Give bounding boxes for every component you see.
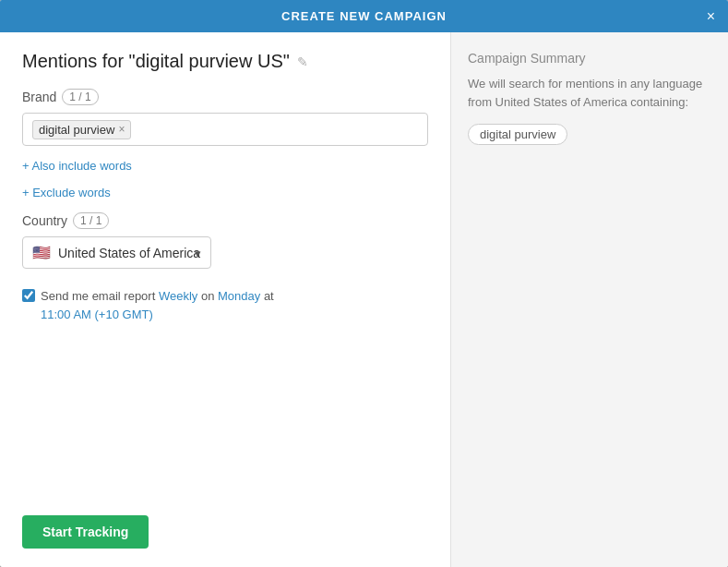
email-report-row: Send me email report Weekly on Monday at… — [22, 287, 428, 323]
footer-area: Start Tracking — [22, 497, 428, 549]
modal-header: CREATE NEW CAMPAIGN × — [0, 0, 728, 32]
summary-tag: digital purview — [468, 124, 567, 145]
country-section-label: Country 1 / 1 — [22, 212, 428, 229]
email-line: Send me email report Weekly on Monday at… — [22, 287, 274, 323]
also-include-link[interactable]: + Also include words — [22, 159, 428, 173]
modal-container: CREATE NEW CAMPAIGN × Mentions for "digi… — [0, 0, 728, 567]
also-include-label: + Also include words — [22, 159, 132, 173]
email-report-text: Send me email report — [41, 289, 155, 303]
exclude-words-link[interactable]: + Exclude words — [22, 186, 428, 199]
country-badge: 1 / 1 — [73, 212, 109, 229]
email-report-checkbox[interactable] — [22, 289, 35, 302]
edit-icon[interactable]: ✎ — [297, 54, 308, 69]
page-title: Mentions for "digital purview US" ✎ — [22, 51, 428, 72]
country-flag: 🇺🇸 — [32, 244, 51, 261]
right-panel: Campaign Summary We will search for ment… — [451, 32, 728, 567]
page-title-text: Mentions for "digital purview US" — [22, 51, 290, 72]
brand-input-box[interactable]: digital purview × — [22, 113, 428, 146]
brand-tag-text: digital purview — [39, 123, 114, 137]
modal-title: CREATE NEW CAMPAIGN — [281, 9, 447, 23]
exclude-label: + Exclude words — [22, 186, 111, 199]
campaign-summary-desc: We will search for mentions in any langu… — [468, 75, 711, 111]
brand-tag: digital purview × — [32, 120, 131, 139]
campaign-summary-title: Campaign Summary — [468, 51, 711, 66]
email-report-text-wrap: Send me email report Weekly on Monday at… — [41, 287, 274, 323]
brand-badge: 1 / 1 — [62, 89, 98, 105]
email-time: 11:00 AM (+10 GMT) — [41, 308, 153, 321]
start-tracking-button[interactable]: Start Tracking — [22, 515, 149, 549]
brand-section-label: Brand 1 / 1 — [22, 89, 428, 105]
email-on-text: on — [201, 289, 218, 303]
brand-label: Brand — [22, 90, 56, 104]
left-panel: Mentions for "digital purview US" ✎ Bran… — [0, 32, 451, 567]
close-button[interactable]: × — [707, 9, 715, 24]
email-at-text: at — [264, 289, 274, 303]
country-select[interactable]: 🇺🇸 United States of America ▾ — [22, 236, 211, 269]
country-select-wrapper: 🇺🇸 United States of America ▾ — [22, 236, 428, 269]
country-name: United States of America — [58, 246, 200, 260]
email-frequency-link[interactable]: Weekly — [159, 289, 197, 303]
country-label: Country — [22, 213, 67, 228]
email-day-link[interactable]: Monday — [218, 289, 260, 303]
modal-body: Mentions for "digital purview US" ✎ Bran… — [0, 32, 728, 567]
chevron-down-icon: ▾ — [195, 246, 201, 259]
brand-tag-remove[interactable]: × — [118, 123, 125, 136]
